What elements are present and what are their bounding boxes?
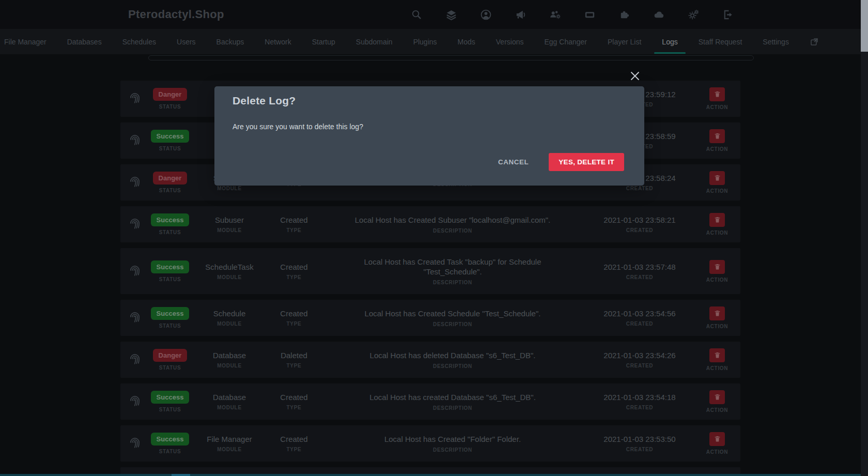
vertical-scrollbar[interactable] xyxy=(861,0,868,476)
modal-title: Delete Log? xyxy=(233,95,624,107)
horizontal-scrollbar[interactable] xyxy=(0,474,868,476)
vertical-scrollbar-thumb[interactable] xyxy=(861,0,868,52)
modal-message: Are you sure you want to delete this log… xyxy=(233,122,624,131)
delete-log-modal: Delete Log? Are you sure you want to del… xyxy=(214,86,644,186)
app-window: Pterodactyl.Shop File Manager Databases … xyxy=(0,0,868,476)
modal-actions: CANCEL YES, DELETE IT xyxy=(495,153,624,171)
cancel-button[interactable]: CANCEL xyxy=(495,158,532,166)
close-icon[interactable] xyxy=(630,71,640,81)
confirm-delete-button[interactable]: YES, DELETE IT xyxy=(549,153,624,171)
horizontal-scrollbar-thumb[interactable] xyxy=(172,474,190,476)
modal-overlay[interactable] xyxy=(0,0,868,476)
